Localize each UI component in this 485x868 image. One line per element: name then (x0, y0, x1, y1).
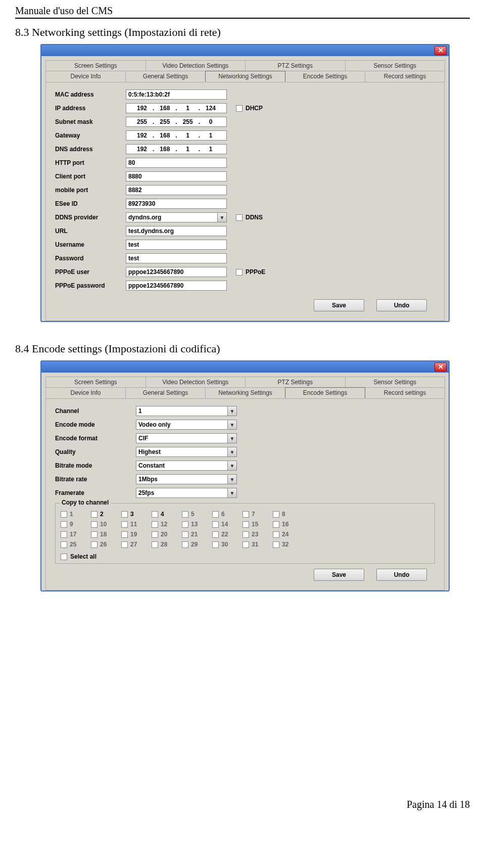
channel-checkbox-10[interactable]: 10 (91, 521, 121, 528)
channel-checkbox-31[interactable]: 31 (243, 541, 273, 548)
pppoe-pass-input[interactable] (126, 281, 227, 291)
tabs: Screen SettingsVideo Detection SettingsP… (41, 373, 449, 590)
encode-mode-select[interactable]: Vodeo only ▼ (136, 420, 237, 430)
mac-input[interactable] (126, 89, 227, 100)
channel-checkbox-3[interactable]: 3 (121, 511, 152, 518)
encode-format-value: CIF (136, 435, 227, 442)
channel-checkbox-20[interactable]: 20 (152, 531, 182, 538)
channel-checkbox-11[interactable]: 11 (121, 521, 152, 528)
channel-checkbox-22[interactable]: 22 (212, 531, 243, 538)
pppoe-checkbox[interactable]: PPPoE (236, 268, 265, 276)
esee-input[interactable] (126, 199, 227, 209)
close-icon[interactable]: ✕ (434, 362, 447, 372)
channel-checkbox-28[interactable]: 28 (152, 541, 182, 548)
subnet-input[interactable]: 255.255.255.0 (126, 117, 227, 127)
ddns-provider-value: dyndns.org (126, 214, 217, 221)
tab-sensor-settings[interactable]: Sensor Settings (345, 60, 446, 71)
channel-checkbox-2[interactable]: 2 (91, 511, 121, 518)
save-button[interactable]: Save (314, 299, 364, 311)
ip-input[interactable]: 192.168.1.124 (126, 103, 227, 113)
url-label: URL (55, 227, 126, 235)
tab-device-info[interactable]: Device Info (45, 71, 126, 82)
tab-ptz-settings[interactable]: PTZ Settings (245, 60, 346, 71)
undo-button[interactable]: Undo (376, 299, 427, 311)
gateway-label: Gateway (55, 132, 126, 139)
bitrate-rate-select[interactable]: 1Mbps ▼ (136, 474, 237, 484)
channel-checkbox-23[interactable]: 23 (243, 531, 273, 538)
tab-encode-settings[interactable]: Encode Settings (285, 71, 365, 82)
chevron-down-icon: ▼ (227, 447, 236, 456)
chevron-down-icon: ▼ (227, 420, 236, 429)
tab-sensor-settings[interactable]: Sensor Settings (345, 377, 446, 387)
quality-select[interactable]: Highest ▼ (136, 447, 237, 457)
pppoe-user-input[interactable] (126, 267, 227, 277)
channel-checkbox-1[interactable]: 1 (61, 511, 91, 518)
channel-checkbox-19[interactable]: 19 (121, 531, 152, 538)
select-all-label: Select all (70, 553, 96, 560)
dhcp-checkbox[interactable]: DHCP (236, 105, 263, 112)
http-input[interactable] (126, 158, 227, 168)
networking-settings-window: ✕ Screen SettingsVideo Detection Setting… (40, 44, 450, 322)
tab-device-info[interactable]: Device Info (45, 387, 126, 398)
channel-checkbox-29[interactable]: 29 (182, 541, 212, 548)
dns-input[interactable]: 192.168.1.1 (126, 144, 227, 154)
tab-general-settings[interactable]: General Settings (125, 387, 206, 398)
channel-select[interactable]: 1 ▼ (136, 406, 237, 416)
tab-general-settings[interactable]: General Settings (125, 71, 206, 82)
doc-header: Manuale d'uso del CMS (15, 5, 470, 19)
tab-record-settings[interactable]: Record settings (365, 387, 445, 398)
tab-video-detection-settings[interactable]: Video Detection Settings (146, 377, 246, 387)
tab-ptz-settings[interactable]: PTZ Settings (245, 377, 346, 387)
channel-checkbox-7[interactable]: 7 (243, 511, 273, 518)
encode-format-select[interactable]: CIF ▼ (136, 433, 237, 443)
quality-value: Highest (136, 448, 227, 455)
channel-checkbox-24[interactable]: 24 (273, 531, 303, 538)
channel-checkbox-17[interactable]: 17 (61, 531, 91, 538)
tab-record-settings[interactable]: Record settings (365, 71, 445, 82)
save-button[interactable]: Save (314, 569, 364, 581)
copy-group-title: Copy to channel (60, 499, 111, 506)
bitrate-mode-select[interactable]: Constant ▼ (136, 461, 237, 471)
tab-networking-settings[interactable]: Networking Settings (205, 71, 285, 82)
channel-checkbox-12[interactable]: 12 (152, 521, 182, 528)
channel-checkbox-6[interactable]: 6 (212, 511, 243, 518)
channel-checkbox-9[interactable]: 9 (61, 521, 91, 528)
tab-networking-settings[interactable]: Networking Settings (205, 387, 285, 398)
pppoe-user-label: PPPoE user (55, 268, 126, 276)
tab-screen-settings[interactable]: Screen Settings (45, 377, 146, 387)
framerate-select[interactable]: 25fps ▼ (136, 488, 237, 498)
channel-checkbox-15[interactable]: 15 (243, 521, 273, 528)
mobile-input[interactable] (126, 185, 227, 195)
channel-checkbox-30[interactable]: 30 (212, 541, 243, 548)
client-input[interactable] (126, 171, 227, 181)
channel-checkbox-4[interactable]: 4 (152, 511, 182, 518)
client-label: Client port (55, 173, 126, 180)
http-label: HTTP port (55, 159, 126, 166)
channel-checkbox-32[interactable]: 32 (273, 541, 303, 548)
password-input[interactable] (126, 253, 227, 263)
select-all-checkbox[interactable]: Select all (61, 553, 96, 560)
tab-screen-settings[interactable]: Screen Settings (45, 60, 146, 71)
channel-checkbox-5[interactable]: 5 (182, 511, 212, 518)
channel-checkbox-27[interactable]: 27 (121, 541, 152, 548)
channel-checkbox-18[interactable]: 18 (91, 531, 121, 538)
channel-checkbox-21[interactable]: 21 (182, 531, 212, 538)
channel-checkbox-26[interactable]: 26 (91, 541, 121, 548)
url-input[interactable] (126, 226, 227, 236)
encode-mode-value: Vodeo only (136, 421, 227, 428)
tab-video-detection-settings[interactable]: Video Detection Settings (146, 60, 246, 71)
channel-checkbox-13[interactable]: 13 (182, 521, 212, 528)
gateway-input[interactable]: 192.168.1.1 (126, 130, 227, 141)
section-title-networking: 8.3 Networking settings (Impostazioni di… (15, 26, 470, 39)
channel-checkbox-16[interactable]: 16 (273, 521, 303, 528)
ddns-checkbox[interactable]: DDNS (236, 214, 263, 221)
ddns-provider-select[interactable]: dyndns.org ▼ (126, 212, 227, 222)
undo-button[interactable]: Undo (376, 569, 427, 581)
username-input[interactable] (126, 240, 227, 250)
framerate-value: 25fps (136, 489, 227, 496)
tab-encode-settings[interactable]: Encode Settings (285, 387, 365, 398)
close-icon[interactable]: ✕ (434, 46, 447, 55)
channel-checkbox-25[interactable]: 25 (61, 541, 91, 548)
channel-checkbox-14[interactable]: 14 (212, 521, 243, 528)
channel-checkbox-8[interactable]: 8 (273, 511, 303, 518)
